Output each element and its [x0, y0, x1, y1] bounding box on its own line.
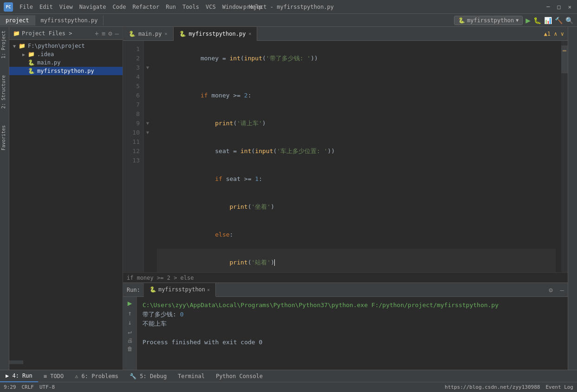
warning-indicator: ▲1 ∧ ∨ [540, 31, 568, 37]
python-icon: 🐍 [179, 31, 186, 37]
minimize-panel-icon[interactable]: — [115, 30, 119, 37]
menu-code[interactable]: Code [110, 3, 129, 11]
bottom-tabs: ▶ 4: Run ≡ TODO ⚠ 6: Problems 🔧 5: Debug… [0, 370, 577, 382]
right-sidebar [568, 27, 577, 380]
add-file-icon[interactable]: + [95, 30, 98, 37]
run-restart-button[interactable]: ▶ [128, 299, 132, 308]
python-file-icon: 🐍 [28, 59, 35, 66]
tab-close-icon[interactable]: ✕ [165, 31, 168, 36]
tab-close-icon[interactable]: ✕ [248, 31, 251, 36]
tree-item-root[interactable]: ▼ 📁 F:\python\project [9, 42, 123, 50]
folder-icon: 📁 [28, 51, 35, 58]
run-wrap-button[interactable]: ↵ [128, 328, 131, 335]
tree-item-label: myfirsstpython.py [37, 68, 94, 74]
menu-tools[interactable]: Tools [180, 3, 202, 11]
code-line-4: print('请上车') [157, 109, 556, 137]
run-tab-close-icon[interactable]: ✕ [207, 287, 210, 292]
folder-icon: 📁 [13, 30, 20, 37]
project-tab-project[interactable]: project [0, 15, 35, 26]
status-url[interactable]: https://blog.csdn.net/zyy130988 [445, 384, 540, 390]
sidebar-panel: 1: Project 2: Structure Favorites [0, 27, 9, 380]
run-button[interactable]: ▶ [525, 15, 531, 25]
python-icon: 🐍 [129, 31, 136, 37]
profile-button[interactable]: 🔨 [555, 17, 563, 24]
code-content[interactable]: money = int(input('带了多少钱: ')) if money >… [151, 41, 561, 272]
status-charset[interactable]: UTF-8 [39, 384, 55, 390]
bottom-tab-problems[interactable]: ⚠ 6: Problems [69, 370, 124, 382]
tab-main-py[interactable]: 🐍 main.py ✕ [123, 27, 174, 41]
tab-label: main.py [138, 31, 162, 37]
breadcrumb: if money >= 2 > else [123, 272, 568, 283]
editor-tabs: 🐍 main.py ✕ 🐍 myfirsstpython.py ✕ ▲1 ∧ ∨ [123, 27, 568, 41]
status-encoding[interactable]: 9:29 [4, 384, 16, 390]
menu-edit[interactable]: Edit [37, 3, 56, 11]
sidebar-item-project[interactable]: 1: Project [0, 27, 9, 62]
scroll-thumb[interactable] [561, 45, 568, 73]
collapse-icon[interactable]: ≡ [102, 30, 105, 37]
menu-navigate[interactable]: Navigate [77, 3, 109, 11]
run-config-icon: 🐍 [458, 17, 465, 24]
tab-myfirsstpython[interactable]: 🐍 myfirsstpython.py ✕ [174, 27, 258, 41]
line-numbers: 1 2 3 4 5 6 7 8 9 10 11 12 13 [123, 41, 144, 272]
code-line-1: money = int(input('带了多少钱: ')) [157, 45, 556, 72]
sidebar-item-structure[interactable]: 2: Structure [0, 71, 9, 112]
title-bar: PC File Edit View Navigate Code Refactor… [0, 0, 577, 14]
run-panel-tabs: Run: 🐍 myfirsstpython ✕ ⚙ — [123, 283, 568, 297]
bottom-tab-python-console[interactable]: Python Console [210, 370, 268, 382]
run-config-label: myfirsstpython [467, 17, 514, 24]
status-event-log[interactable]: Event Log [545, 384, 573, 390]
bottom-tab-todo[interactable]: ≡ TODO [38, 370, 69, 382]
menu-vcs[interactable]: VCS [203, 3, 219, 11]
code-line-7: print('坐着') [157, 193, 556, 221]
status-line-ending[interactable]: CRLF [22, 384, 34, 390]
code-editor[interactable]: 1 2 3 4 5 6 7 8 9 10 11 12 13 [123, 41, 568, 272]
menu-view[interactable]: View [57, 3, 76, 11]
run-print-button[interactable]: 🖨 [127, 337, 133, 344]
run-tab-label: myfirsstpython [158, 286, 205, 293]
close-button[interactable]: ✕ [566, 4, 573, 10]
run-minimize-icon[interactable]: — [557, 286, 568, 294]
run-config-dropdown[interactable]: 🐍 myfirsstpython ▼ [454, 16, 523, 25]
project-tab-file[interactable]: myfirsstpython.py [35, 15, 104, 26]
chevron-down-icon: ▼ [13, 44, 19, 49]
menu-file[interactable]: File [17, 3, 36, 11]
run-panel: Run: 🐍 myfirsstpython ✕ ⚙ — ▶ ↑ [123, 283, 568, 380]
chevron-down-icon: ▼ [516, 18, 519, 23]
run-settings-icon[interactable]: ⚙ [545, 286, 556, 294]
app-icon: PC [4, 2, 13, 12]
bottom-tab-terminal[interactable]: Terminal [172, 370, 210, 382]
tree-item-myfirsstpython[interactable]: 🐍 myfirsstpython.py [9, 67, 123, 75]
breadcrumb-text: if money >= 2 > else [127, 275, 194, 281]
maximize-button[interactable]: □ [556, 4, 563, 10]
search-icon[interactable]: 🔍 [565, 17, 573, 24]
sidebar-item-favorites[interactable]: Favorites [0, 122, 9, 154]
coverage-button[interactable]: 📊 [544, 17, 552, 24]
run-label: Run: [123, 283, 144, 297]
code-line-2 [157, 72, 556, 82]
code-line-9: print('站着') [157, 249, 556, 272]
debug-button[interactable]: 🐛 [533, 17, 541, 24]
run-output[interactable]: C:\Users\zyy\AppData\Local\Programs\Pyth… [137, 297, 568, 380]
run-output-process: Process finished with exit code 0 [143, 338, 562, 347]
tree-item-idea[interactable]: ▶ 📁 .idea [9, 50, 123, 58]
settings-icon[interactable]: ⚙ [108, 30, 112, 37]
run-tab-myfirsstpython[interactable]: 🐍 myfirsstpython ✕ [144, 283, 216, 297]
tree-item-main-py[interactable]: 🐍 main.py [9, 58, 123, 67]
editor-minimap [561, 41, 568, 272]
tree-item-label: F:\python\project [28, 43, 85, 49]
bottom-tab-run[interactable]: ▶ 4: Run [0, 370, 38, 382]
code-line-5: seat = int(input('车上多少位置: ')) [157, 137, 556, 165]
menu-run[interactable]: Run [163, 3, 179, 11]
python-file-icon: 🐍 [28, 68, 35, 74]
bottom-tab-debug[interactable]: 🔧 5: Debug [124, 370, 172, 382]
run-scroll-down-button[interactable]: ↓ [128, 319, 131, 326]
python-run-icon: 🐍 [149, 286, 156, 293]
minimize-button[interactable]: ─ [545, 4, 551, 10]
run-left-toolbar: ▶ ↑ ↓ ↵ 🖨 🗑 [123, 297, 137, 380]
run-delete-button[interactable]: 🗑 [127, 346, 133, 352]
menu-window[interactable]: Window [220, 3, 245, 11]
run-scroll-up-button[interactable]: ↑ [128, 309, 131, 317]
menu-refactor[interactable]: Refactor [130, 3, 162, 11]
file-panel-title: Project Files > [22, 30, 72, 37]
tree-item-label: .idea [37, 51, 54, 58]
